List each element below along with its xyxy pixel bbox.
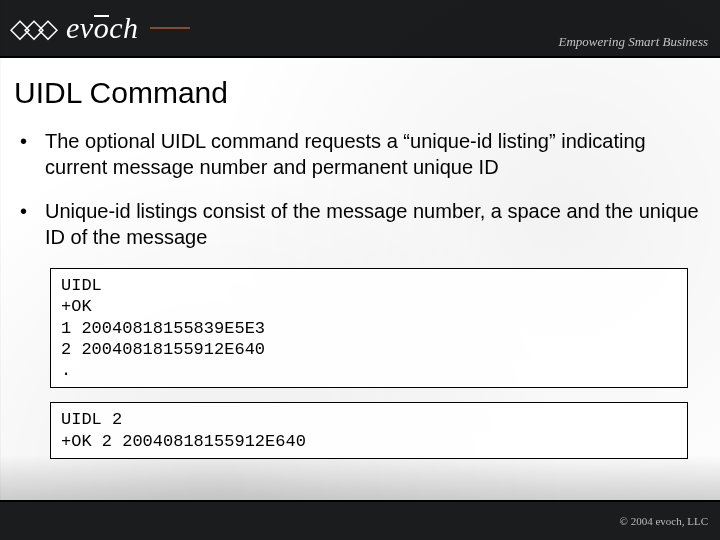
- logo-diamonds-icon: ◇◇◇: [10, 15, 52, 41]
- slide-header: ◇◇◇ evoch Empowering Smart Business: [0, 0, 720, 58]
- list-item: Unique-id listings consist of the messag…: [20, 198, 706, 250]
- logo-accent-bar: [150, 27, 190, 29]
- bullet-text: The optional UIDL command requests a “un…: [45, 128, 706, 180]
- brand-tagline: Empowering Smart Business: [559, 34, 709, 50]
- bullet-list: The optional UIDL command requests a “un…: [14, 128, 706, 250]
- bullet-text: Unique-id listings consist of the messag…: [45, 198, 706, 250]
- slide-content: UIDL Command The optional UIDL command r…: [0, 58, 720, 459]
- slide-footer: © 2004 evoch, LLC: [0, 500, 720, 540]
- code-example-2: UIDL 2 +OK 2 20040818155912E640: [50, 402, 688, 459]
- list-item: The optional UIDL command requests a “un…: [20, 128, 706, 180]
- code-example-1: UIDL +OK 1 20040818155839E5E3 2 20040818…: [50, 268, 688, 388]
- brand-logo: ◇◇◇ evoch: [10, 11, 190, 45]
- copyright-text: © 2004 evoch, LLC: [620, 515, 708, 527]
- footer-gradient: [0, 454, 720, 500]
- brand-name: evoch: [66, 11, 138, 45]
- slide-title: UIDL Command: [14, 76, 706, 110]
